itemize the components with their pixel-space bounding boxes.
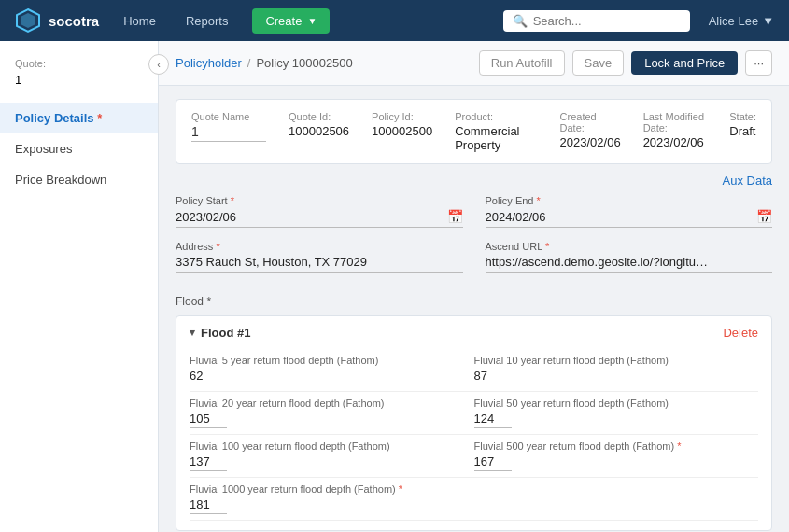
sidebar-item-price-breakdown[interactable]: Price Breakdown [0,164,158,195]
lock-and-price-button[interactable]: Lock and Price [631,51,738,75]
create-label: Create [265,14,302,28]
breadcrumb-current: Policy 100002500 [256,56,352,70]
sidebar-collapse-button[interactable]: ‹ [148,54,169,75]
sidebar-item-label: Policy Details * [15,111,102,125]
ascend-url-value: https://ascend.demo.geosite.io/?longitud… [486,255,710,269]
main-layout: ‹ Quote: 1 Policy Details * Exposures Pr… [0,41,789,532]
flood-field-value: 181 [190,497,227,514]
breadcrumb: Policyholder / Policy 100002500 [176,56,353,70]
modified-label: Last Modified Date: [643,111,708,133]
created-date-field: Created Date: 2023/02/06 [560,111,621,149]
quote-select[interactable]: 1 [11,71,147,91]
flood-delete-button[interactable]: Delete [723,326,758,340]
required-indicator: * [216,241,219,252]
sidebar-item-label: Price Breakdown [15,173,106,187]
address-label: Address * [176,241,463,252]
address-field: Address * 3375 Rauch St, Houston, TX 770… [176,241,463,273]
created-label: Created Date: [560,111,621,133]
flood-field-label: Fluvial 1000 year return flood depth (Fa… [190,483,740,495]
flood-field: Fluvial 20 year return flood depth (Fath… [190,392,474,435]
flood-fields-grid: Fluvial 5 year return flood depth (Fatho… [190,349,758,521]
logo-text: socotra [49,13,99,29]
logo: socotra [15,7,99,34]
user-menu[interactable]: Alice Lee ▼ [709,14,774,28]
breadcrumb-separator: / [247,56,251,70]
search-input[interactable] [533,14,681,28]
policy-summary-card: Quote Name 1 Quote Id: 100002506 Policy … [176,99,772,164]
required-indicator: * [206,295,211,308]
save-button[interactable]: Save [572,50,625,76]
more-options-button[interactable]: ··· [745,50,772,76]
dates-row: Policy Start * 2023/02/06 📅 Policy End * [176,195,772,228]
quote-label: Quote: [0,52,158,71]
quote-name-value: 1 [191,124,266,142]
policy-end-value: 2024/02/06 [486,210,546,224]
flood-field-value: 124 [474,412,512,428]
product-value: Commercial Property [455,124,537,152]
flood-field: Fluvial 10 year return flood depth (Fath… [474,349,759,392]
policy-start-value: 2023/02/06 [176,210,236,224]
ascend-url-label: Ascend URL * [486,241,773,252]
run-autofill-button[interactable]: Run Autofill [479,50,565,76]
created-value: 2023/02/06 [560,135,621,149]
logo-icon [15,7,41,34]
sidebar-item-exposures[interactable]: Exposures [0,133,158,164]
policy-start-field: Policy Start * 2023/02/06 📅 [176,195,463,228]
calendar-start-icon[interactable]: 📅 [447,209,463,224]
policy-end-label: Policy End * [486,195,773,206]
modified-date-field: Last Modified Date: 2023/02/06 [643,111,708,149]
flood-card: ▾ Flood #1 Delete Fluvial 5 year return … [176,315,772,531]
flood-title-text: Flood #1 [201,326,250,340]
flood-field-label: Fluvial 500 year return flood depth (Fat… [474,441,750,452]
flood-field: Fluvial 50 year return flood depth (Fath… [474,392,759,435]
calendar-end-icon[interactable]: 📅 [756,209,772,224]
quote-id-label: Quote Id: [289,111,349,122]
nav-home[interactable]: Home [118,10,162,32]
content-topbar: Policyholder / Policy 100002500 Run Auto… [159,41,789,86]
quote-id-field: Quote Id: 100002506 [289,111,349,138]
topnav: socotra Home Reports Create ▼ 🔍 Alice Le… [0,0,789,41]
quote-name-field: Quote Name 1 [191,111,266,142]
quote-id-value: 100002506 [289,124,349,138]
policy-end-value-line: 2024/02/06 📅 [486,209,773,228]
flood-field-label: Fluvial 20 year return flood depth (Fath… [190,398,456,409]
search-icon: 🔍 [513,14,528,28]
svg-marker-1 [21,13,35,28]
flood-field: Fluvial 100 year return flood depth (Fat… [190,435,474,478]
sidebar: ‹ Quote: 1 Policy Details * Exposures Pr… [0,41,159,532]
flood-card-header: ▾ Flood #1 Delete [190,326,758,340]
flood-field-value: 87 [474,369,512,385]
state-value: Draft [729,124,756,138]
required-indicator: * [231,195,234,206]
flood-card-title: ▾ Flood #1 [190,326,250,340]
breadcrumb-parent[interactable]: Policyholder [176,56,242,70]
quote-name-label: Quote Name [191,111,266,122]
quote-select-wrap: 1 [0,71,158,103]
sidebar-item-policy-details[interactable]: Policy Details * [0,103,158,133]
flood-field-value: 62 [190,369,227,385]
policy-start-value-line: 2023/02/06 📅 [176,209,463,228]
state-field: State: Draft [729,111,756,138]
dates-section: Policy Start * 2023/02/06 📅 Policy End * [159,195,789,295]
flood-field-label: Fluvial 5 year return flood depth (Fatho… [190,355,456,366]
aux-data-link[interactable]: Aux Data [159,170,789,195]
nav-reports[interactable]: Reports [180,10,234,32]
create-arrow-icon: ▼ [307,16,317,26]
flood-section-label: Flood * [176,295,772,308]
policy-id-field: Policy Id: 100002500 [372,111,432,138]
flood-field-label: Fluvial 10 year return flood depth (Fath… [474,355,750,366]
state-label: State: [729,111,756,122]
create-button[interactable]: Create ▼ [252,8,330,34]
collapse-icon: ‹ [157,59,161,70]
required-indicator: * [537,195,541,206]
policy-id-label: Policy Id: [372,111,432,122]
action-buttons: Run Autofill Save Lock and Price ··· [479,50,772,76]
user-chevron-icon: ▼ [762,14,774,28]
flood-chevron-icon[interactable]: ▾ [190,327,195,339]
product-field: Product: Commercial Property [455,111,537,152]
flood-field-value: 105 [190,412,227,428]
address-row: Address * 3375 Rauch St, Houston, TX 770… [176,241,772,273]
ascend-url-value-line: https://ascend.demo.geosite.io/?longitud… [486,255,773,273]
flood-field-label: Fluvial 50 year return flood depth (Fath… [474,398,750,409]
content-area: Policyholder / Policy 100002500 Run Auto… [159,41,789,532]
